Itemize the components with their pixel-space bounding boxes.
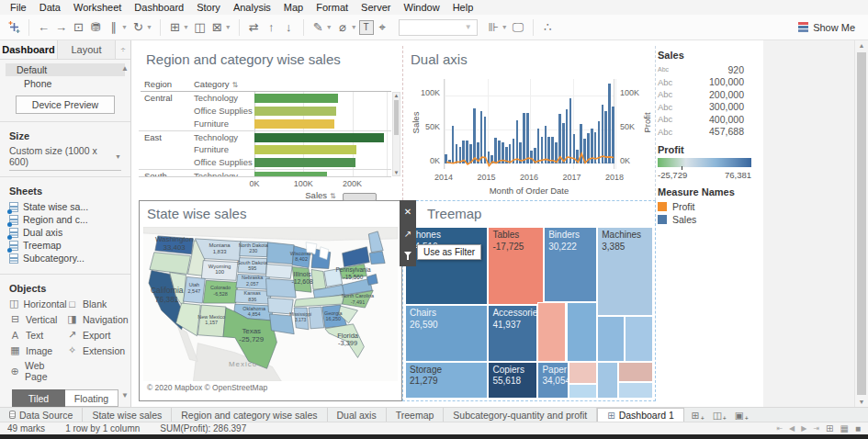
sheet-item[interactable]: Dual axis bbox=[0, 226, 130, 239]
object-vertical[interactable]: ⊟Vertical bbox=[9, 313, 66, 325]
highlight-dropdown-icon[interactable]: ▼ bbox=[326, 24, 333, 30]
new-worksheet-tab-icon[interactable]: ⊞+ bbox=[684, 408, 706, 422]
new-worksheet-icon[interactable]: ⊞ bbox=[166, 18, 184, 37]
use-as-filter-icon[interactable] bbox=[401, 249, 414, 262]
measure-legend-item[interactable]: Sales bbox=[658, 213, 761, 226]
sort-descending-icon[interactable]: ↓ bbox=[280, 18, 298, 37]
zone-drag-handle[interactable] bbox=[343, 193, 377, 201]
scroll-up-icon[interactable]: ▲ bbox=[393, 93, 400, 98]
treemap-cell-phones[interactable]: Phones44,516 bbox=[405, 227, 488, 305]
device-item-default[interactable]: Default bbox=[6, 63, 125, 76]
menu-analysis[interactable]: Analysis bbox=[227, 2, 277, 13]
profit-line[interactable] bbox=[445, 79, 615, 169]
new-story-tab-icon[interactable]: ▣+ bbox=[728, 408, 750, 422]
run-update-icon[interactable]: ↻ bbox=[130, 18, 147, 37]
device-item-phone[interactable]: Phone bbox=[6, 77, 125, 90]
region-column-header[interactable]: Region bbox=[144, 79, 172, 89]
size-select[interactable]: Custom size (1000 x 600) ▼ bbox=[9, 145, 121, 171]
sales-bar[interactable] bbox=[254, 94, 338, 103]
treemap-cell[interactable] bbox=[569, 362, 597, 384]
filmstrip-view-icon[interactable]: ▦ bbox=[840, 423, 849, 433]
sort-ascending-icon[interactable]: ↑ bbox=[263, 18, 280, 37]
state-iowa[interactable] bbox=[266, 265, 293, 279]
object-blank[interactable]: □Blank bbox=[66, 298, 130, 310]
new-worksheet-dropdown-icon[interactable]: ▼ bbox=[183, 24, 189, 30]
show-mark-labels-dropdown-icon[interactable]: ▼ bbox=[502, 24, 508, 30]
treemap-cell-storage[interactable]: Storage21,279 bbox=[405, 362, 488, 399]
new-data-source-icon[interactable]: ⛃ bbox=[87, 18, 105, 37]
tab-region-and-category-wise-sales[interactable]: Region and category wise sales bbox=[172, 408, 327, 422]
sales-legend-item[interactable]: Abc300,000 bbox=[658, 101, 761, 114]
show-mark-labels-icon[interactable]: ⊪ bbox=[485, 18, 502, 37]
group-members-dropdown-icon[interactable]: ▼ bbox=[351, 24, 357, 30]
treemap-cell[interactable] bbox=[537, 302, 566, 362]
fit-select[interactable]: ▼ bbox=[399, 19, 478, 36]
treemap-cell[interactable] bbox=[567, 302, 598, 362]
new-dashboard-tab-icon[interactable]: ◫+ bbox=[706, 408, 728, 422]
object-export[interactable]: ↗Export bbox=[66, 329, 130, 341]
sheet-state-wise-sales[interactable]: State wise sales Washington33,403Montana… bbox=[139, 200, 402, 401]
treemap-cell-copiers[interactable]: Copiers55,618 bbox=[488, 362, 537, 399]
sidebar-scroll-up-icon[interactable]: ▲ bbox=[121, 64, 129, 73]
state-new-england[interactable] bbox=[369, 252, 385, 265]
redo-icon[interactable]: → bbox=[52, 18, 70, 37]
sales-legend-item[interactable]: Abc100,000 bbox=[658, 76, 761, 89]
tab-state-wise-sales[interactable]: State wise sales bbox=[83, 408, 172, 422]
sheet-dual-axis[interactable]: Dual axis Sales Profit 100K100K50K50K0K0… bbox=[402, 46, 656, 200]
scrollbar-thumb[interactable] bbox=[394, 100, 399, 135]
highlight-icon[interactable]: ✎ bbox=[310, 18, 327, 37]
fix-axes-icon[interactable]: ⌖ bbox=[374, 18, 391, 37]
menu-map[interactable]: Map bbox=[277, 2, 310, 13]
swap-rows-columns-icon[interactable]: ⇄ bbox=[245, 18, 263, 37]
sales-legend-item[interactable]: Abc200,000 bbox=[658, 88, 761, 101]
remove-zone-icon[interactable]: ✕ bbox=[401, 205, 414, 218]
treemap-cell[interactable] bbox=[625, 316, 653, 362]
sheet-item[interactable]: Region and c... bbox=[0, 213, 130, 226]
tab-dual-axis[interactable]: Dual axis bbox=[328, 408, 387, 422]
object-text[interactable]: AText bbox=[9, 329, 66, 341]
treemap-cell[interactable] bbox=[597, 362, 618, 399]
menu-dashboard[interactable]: Dashboard bbox=[128, 2, 190, 13]
menu-worksheet[interactable]: Worksheet bbox=[67, 2, 128, 13]
floating-button[interactable]: Floating bbox=[65, 389, 118, 407]
tab-dashboard[interactable]: Dashboard bbox=[0, 40, 58, 59]
region-chart-scrollbar[interactable]: ▲ ▼ bbox=[392, 92, 400, 176]
sheet-treemap[interactable]: Treemap Phones44,516Tables-17,725Binders… bbox=[402, 200, 656, 401]
go-to-sheet-icon[interactable]: ↗ bbox=[401, 227, 414, 240]
category-column-header[interactable]: Category⇅ bbox=[194, 79, 238, 89]
next-sheet-icon[interactable]: ▶ bbox=[801, 424, 806, 433]
tab-treemap[interactable]: Treemap bbox=[387, 408, 445, 422]
tab-data-source[interactable]: Data Source bbox=[0, 408, 83, 422]
tab-dashboard-1[interactable]: ⊞Dashboard 1 bbox=[597, 408, 684, 422]
sheet-item[interactable]: State wise sa... bbox=[0, 200, 130, 213]
window-scroll-up-icon[interactable]: ▲ bbox=[855, 42, 868, 49]
tab-layout[interactable]: Layout bbox=[58, 40, 116, 59]
tab-subcategory-quantity-and-profit[interactable]: Subcategory-quantity and profit bbox=[444, 408, 597, 422]
sales-bar[interactable] bbox=[254, 119, 334, 129]
us-choropleth-map[interactable]: Washington33,403Montana1,833Wyoming100Ut… bbox=[143, 227, 398, 381]
treemap-cell[interactable] bbox=[569, 384, 597, 399]
prev-sheet-icon[interactable]: ◀ bbox=[789, 424, 795, 433]
treemap-cell-machines[interactable]: Machines3,385 bbox=[597, 227, 653, 316]
sales-bar[interactable] bbox=[254, 107, 336, 116]
last-sheet-icon[interactable]: ⇥ bbox=[813, 424, 819, 433]
object-horizontal[interactable]: ◫Horizontal bbox=[9, 298, 66, 310]
treemap-cell[interactable] bbox=[618, 382, 653, 399]
tabs-view-icon[interactable]: ■ bbox=[855, 423, 861, 433]
category-sort-icon[interactable]: ⇅ bbox=[232, 81, 239, 89]
duplicate-icon[interactable]: ◫ bbox=[191, 18, 209, 37]
undo-icon[interactable]: ← bbox=[35, 18, 52, 37]
object-webpage[interactable]: ⊕Web Page bbox=[9, 360, 66, 382]
first-sheet-icon[interactable]: ⇤ bbox=[776, 424, 783, 433]
clear-sheet-dropdown-icon[interactable]: ▼ bbox=[225, 24, 231, 30]
treemap-cell-tables[interactable]: Tables-17,725 bbox=[488, 227, 544, 305]
sidebar-scroll-down-icon[interactable]: ▼ bbox=[121, 391, 129, 400]
menu-data[interactable]: Data bbox=[33, 2, 67, 13]
menu-file[interactable]: File bbox=[4, 2, 33, 13]
menu-help[interactable]: Help bbox=[446, 2, 480, 13]
clear-sheet-icon[interactable]: ⊠ bbox=[209, 18, 226, 37]
share-icon[interactable]: ∴ bbox=[539, 18, 557, 37]
object-extension[interactable]: ✧Extension bbox=[66, 344, 130, 356]
sales-legend-item[interactable]: Abc457,688 bbox=[658, 126, 761, 139]
save-icon[interactable]: ⊡ bbox=[70, 18, 87, 37]
